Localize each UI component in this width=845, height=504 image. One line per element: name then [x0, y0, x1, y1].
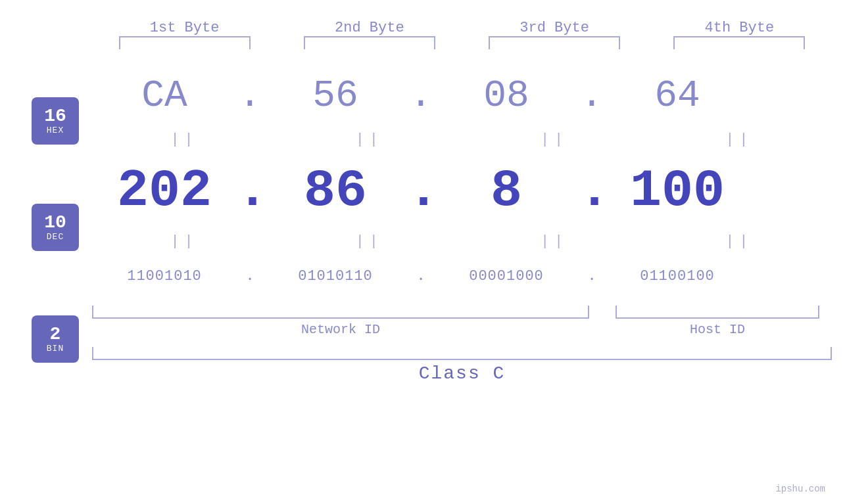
bin-byte4: 01100100: [605, 268, 750, 285]
bin-dot1: .: [237, 268, 263, 285]
hex-byte2: 56: [263, 74, 408, 117]
equals-2-b4: ||: [667, 233, 811, 250]
dec-row: 202 . 86 . 8 . 100: [0, 151, 845, 230]
dec-badge-num: 10: [44, 214, 66, 232]
hex-badge-label: HEX: [47, 126, 64, 135]
hex-row: CA . 56 . 08 . 64: [0, 62, 845, 128]
byte-headers: 1st Byte 2nd Byte 3rd Byte 4th Byte: [0, 0, 845, 36]
equals-1-b1: ||: [112, 131, 257, 148]
byte4-header: 4th Byte: [667, 20, 811, 36]
equals-row-1: || || || ||: [0, 131, 845, 148]
class-label-row: Class C: [0, 363, 845, 384]
dec-byte1: 202: [92, 161, 237, 221]
equals-row-2: || || || ||: [0, 233, 845, 250]
host-id-label: Host ID: [616, 322, 819, 337]
hex-byte3: 08: [434, 74, 579, 117]
bin-badge-label: BIN: [47, 344, 64, 354]
equals-2-b2: ||: [297, 233, 442, 250]
bin-badge: 2 BIN: [32, 315, 79, 363]
network-host-brackets: [0, 306, 845, 319]
dec-dot1: .: [237, 161, 263, 221]
equals-2-b1: ||: [112, 233, 257, 250]
hex-badge: 16 HEX: [32, 97, 79, 145]
bin-byte2: 01010110: [263, 268, 408, 285]
host-bracket: [616, 306, 819, 319]
top-brackets: [0, 36, 845, 49]
byte1-header: 1st Byte: [112, 20, 257, 36]
class-bracket: [92, 347, 832, 360]
hex-dot1: .: [237, 74, 263, 117]
class-bracket-row: [0, 347, 845, 360]
watermark: ipshu.com: [775, 484, 825, 494]
bracket-byte3: [489, 36, 620, 49]
bin-badge-num: 2: [50, 325, 61, 344]
bin-dot2: .: [408, 268, 434, 285]
hex-badge-num: 16: [44, 107, 66, 126]
byte3-header: 3rd Byte: [482, 20, 627, 36]
bin-dot3: .: [579, 268, 605, 285]
dec-byte4: 100: [605, 161, 750, 221]
equals-1-b2: ||: [297, 131, 442, 148]
bracket-byte4: [673, 36, 805, 49]
network-bracket: [92, 306, 589, 319]
hex-byte4: 64: [605, 74, 750, 117]
equals-1-b3: ||: [482, 131, 627, 148]
dec-dot3: .: [579, 161, 605, 221]
bin-byte3: 00001000: [434, 268, 579, 285]
equals-1-b4: ||: [667, 131, 811, 148]
class-label: Class C: [419, 363, 506, 384]
hex-dot3: .: [579, 74, 605, 117]
dec-badge: 10 DEC: [32, 204, 79, 251]
hex-byte1: CA: [92, 74, 237, 117]
network-id-label: Network ID: [92, 322, 589, 337]
byte2-header: 2nd Byte: [297, 20, 442, 36]
main-container: 1st Byte 2nd Byte 3rd Byte 4th Byte 16 H…: [0, 0, 845, 504]
dec-byte3: 8: [434, 161, 579, 221]
bracket-byte2: [304, 36, 435, 49]
equals-2-b3: ||: [482, 233, 627, 250]
bin-row: 11001010 . 01010110 . 00001000 . 0110010…: [0, 253, 845, 299]
bracket-byte1: [119, 36, 251, 49]
network-host-labels: Network ID Host ID: [0, 322, 845, 337]
dec-badge-label: DEC: [47, 232, 64, 242]
bin-byte1: 11001010: [92, 268, 237, 285]
hex-dot2: .: [408, 74, 434, 117]
dec-byte2: 86: [263, 161, 408, 221]
dec-dot2: .: [408, 161, 434, 221]
